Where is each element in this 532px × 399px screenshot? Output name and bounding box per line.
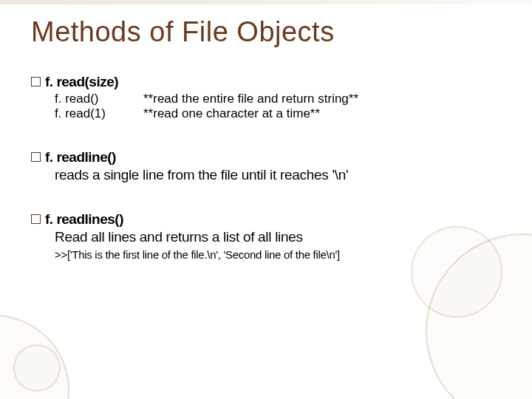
bullet-square-icon (31, 77, 41, 86)
example-table: f. read() **read the entire file and ret… (55, 92, 502, 121)
method-description: reads a single line from the file until … (55, 167, 502, 183)
slide: Methods of File Objects f. read(size) f.… (0, 0, 532, 399)
example-call: f. read(1) (55, 106, 143, 121)
example-desc: **read the entire file and return string… (143, 92, 358, 106)
example-output: >>['This is the first line of the file.\… (55, 248, 502, 261)
example-row: f. read(1) **read one character at a tim… (55, 106, 502, 121)
method-heading: f. readlines() (45, 211, 123, 228)
example-row: f. read() **read the entire file and ret… (55, 92, 502, 106)
bullet-square-icon (31, 152, 41, 162)
bullet-item: f. readlines() (31, 211, 502, 228)
bullet-item: f. read(size) (31, 74, 502, 90)
method-heading: f. read(size) (45, 74, 118, 90)
example-call: f. read() (55, 92, 143, 106)
decorative-band (0, 0, 532, 4)
bullet-square-icon (31, 214, 41, 224)
method-heading: f. readline() (45, 149, 116, 166)
slide-title: Methods of File Objects (31, 16, 335, 48)
bullet-item: f. readline() (31, 149, 502, 166)
method-description: Read all lines and returns a list of all… (55, 229, 502, 245)
decorative-circle (0, 315, 69, 399)
example-desc: **read one character at a time** (143, 106, 320, 121)
decorative-circle (13, 344, 61, 392)
slide-body: f. read(size) f. read() **read the entir… (31, 71, 502, 261)
